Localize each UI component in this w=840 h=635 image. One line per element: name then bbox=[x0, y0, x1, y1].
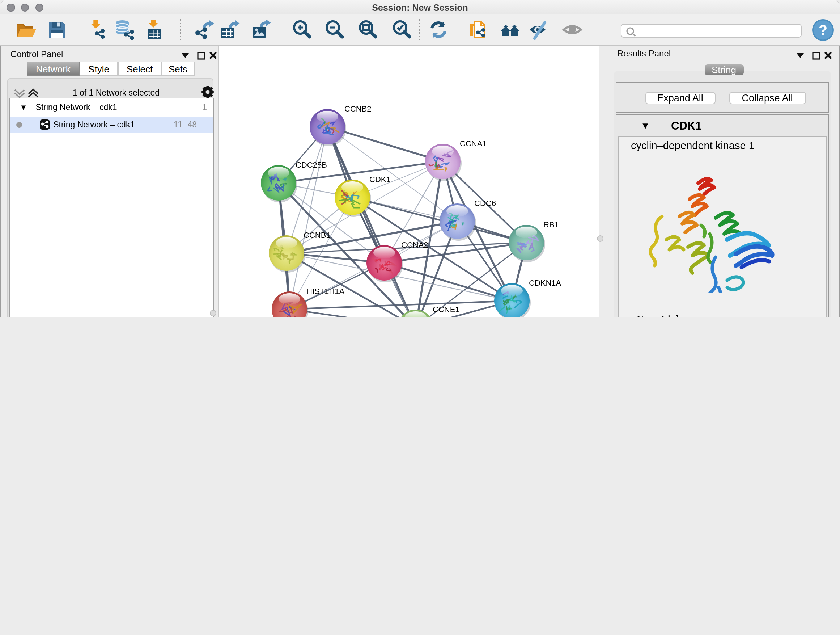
svg-text:CDC25B: CDC25B bbox=[295, 160, 327, 169]
svg-text:CCNA1: CCNA1 bbox=[460, 139, 487, 148]
svg-text:CCNA2: CCNA2 bbox=[401, 241, 428, 249]
svg-text:CDK1: CDK1 bbox=[369, 175, 391, 184]
svg-text:?: ? bbox=[819, 22, 827, 38]
svg-text:CDC6: CDC6 bbox=[474, 199, 496, 208]
svg-text:CCNB1: CCNB1 bbox=[303, 231, 331, 240]
svg-text:CCNB2: CCNB2 bbox=[344, 104, 371, 113]
svg-text:CDKN1A: CDKN1A bbox=[529, 279, 561, 287]
svg-text:HIST1H1A: HIST1H1A bbox=[306, 287, 344, 296]
svg-text:CCNE1: CCNE1 bbox=[433, 305, 460, 314]
svg-text:RB1: RB1 bbox=[543, 220, 559, 229]
